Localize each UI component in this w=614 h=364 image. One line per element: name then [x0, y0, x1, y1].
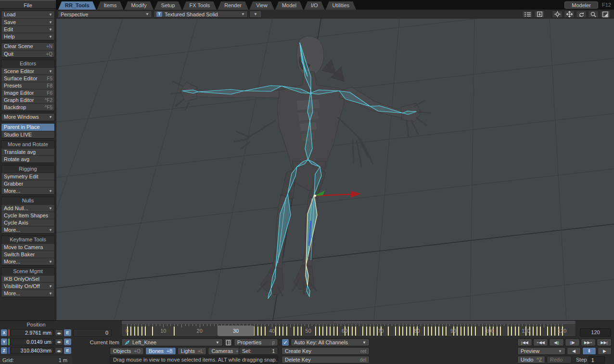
sidebar-item-cycle-item-shapes[interactable]: Cycle Item Shapes [1, 212, 54, 219]
envelope-button[interactable]: E [64, 329, 71, 336]
next-key-button[interactable]: ▶▶+ [581, 339, 596, 346]
tab-utilities[interactable]: Utilities [326, 1, 356, 10]
tab-rr-tools[interactable]: RR_Tools [58, 1, 96, 10]
sidebar-item-backdrop[interactable]: Backdrop^F5 [1, 103, 54, 111]
auto-key-label: Auto Key: All Channels [294, 339, 348, 345]
go-to-start-button[interactable]: |◀◀ [517, 339, 532, 346]
ruler-tick [540, 324, 541, 326]
delete-key-button[interactable]: Delete Key del [281, 356, 370, 364]
viewport-canvas[interactable] [56, 19, 614, 320]
current-frame-field[interactable]: 0 [73, 329, 112, 337]
tab-view[interactable]: View [249, 1, 274, 10]
sidebar-item-graph-editor[interactable]: Graph Editor^F2 [1, 96, 54, 103]
tab-fx-tools[interactable]: FX Tools [183, 1, 217, 10]
envelope-button[interactable]: E [64, 339, 71, 345]
type-button-bones[interactable]: Bones+B [145, 347, 176, 355]
axis-x-button[interactable]: X [1, 329, 7, 336]
shading-mode-dropdown[interactable]: T Textured Shaded Solid ▼ [154, 11, 248, 18]
rotate-icon[interactable] [576, 11, 587, 18]
timeline-drag-handle-icon[interactable]: ············· [122, 321, 576, 324]
save-layout-icon[interactable] [534, 11, 545, 18]
tab-model[interactable]: Model [275, 1, 303, 10]
panel-toggle-button[interactable] [224, 339, 232, 346]
go-to-end-button[interactable]: ▶▶| [597, 339, 612, 346]
undo-button[interactable]: Undo ^Z [517, 356, 545, 364]
tab-setup[interactable]: Setup [154, 1, 182, 10]
next-frame-button[interactable]: ||▶ [565, 339, 580, 346]
view-mode-dropdown[interactable]: Perspective ▼ [58, 11, 152, 18]
current-item-dropdown[interactable]: Left_Knee ▼ [121, 339, 223, 346]
axis-y-button[interactable]: Y [1, 339, 7, 345]
pause-button[interactable]: Ⅱ [582, 347, 596, 355]
axis-z-button[interactable]: Z [1, 347, 7, 354]
tab-modify[interactable]: Modify [124, 1, 153, 10]
sidebar-item-add-null[interactable]: Add Null...▼ [1, 204, 54, 212]
previous-key-button[interactable]: +◀◀ [533, 339, 548, 346]
sidebar-item-ikb-onlyonsel[interactable]: IKB OnlyOnSel [1, 275, 54, 282]
stepper-icon[interactable]: ◀▶ [55, 329, 63, 336]
list-icon[interactable] [522, 11, 533, 18]
tab-i-o[interactable]: I/O [304, 1, 325, 10]
properties-button[interactable]: Properties p [234, 339, 278, 346]
sidebar-item-image-editor[interactable]: Image EditorF6 [1, 89, 54, 96]
sidebar-item-move-to-camera[interactable]: Move to Camera [1, 243, 54, 251]
tab-render[interactable]: Render [217, 1, 248, 10]
ruler-tick [333, 324, 334, 326]
ruler-tick [558, 324, 559, 326]
stepper-icon[interactable]: ◀▶ [55, 347, 63, 354]
axis-x-value-field[interactable]: 2.9761 mm [11, 329, 54, 336]
sidebar-item-more[interactable]: More...▼ [1, 289, 54, 297]
pan-icon[interactable] [552, 11, 563, 18]
previous-frame-button[interactable]: ◀|| [549, 339, 564, 346]
sidebar-item-save[interactable]: Save▼ [1, 18, 54, 25]
ruler-tick [141, 324, 142, 326]
sidebar-item-surface-editor[interactable]: Surface EditorF5 [1, 75, 54, 82]
preview-dropdown[interactable]: Preview ▼ [517, 347, 565, 355]
sidebar-item-switch-baker[interactable]: Switch Baker [1, 251, 54, 258]
move-icon[interactable] [564, 11, 575, 18]
zoom-icon[interactable] [588, 11, 599, 18]
sidebar-item-grabber[interactable]: Grabber [1, 180, 54, 187]
sidebar-item-parent-in-place[interactable]: Parent in Place [1, 124, 54, 131]
auto-key-checkbox[interactable]: ✓ [281, 339, 289, 346]
type-button-objects[interactable]: Objects+O [110, 347, 144, 355]
stepper-icon[interactable]: ◀▶ [55, 339, 63, 345]
sidebar-item-more-windows[interactable]: More Windows▼ [1, 113, 54, 121]
auto-key-dropdown[interactable]: Auto Key: All Channels ▼ [291, 339, 370, 346]
axis-z-value-field[interactable]: 310.8403mm [11, 347, 54, 354]
sidebar-item-presets[interactable]: PresetsF8 [1, 82, 54, 89]
extra-view-dropdown[interactable]: ▼ [249, 11, 262, 18]
modeler-button[interactable]: Modeler [564, 1, 598, 9]
type-button-lights[interactable]: Lights+L [178, 347, 207, 355]
play-reverse-button[interactable]: ◀ [567, 347, 581, 355]
create-key-button[interactable]: Create Key ret [281, 347, 370, 355]
axis-y-value-field[interactable]: 0.0149 um [11, 339, 54, 345]
envelope-button[interactable]: E [64, 347, 71, 354]
sidebar-item-label: Rotate avg [4, 156, 29, 163]
ruler-tick [279, 324, 280, 326]
ruler-tick [272, 324, 272, 327]
sidebar-item-load[interactable]: Load▼ [1, 11, 54, 18]
sidebar-item-rotate-avg[interactable]: Rotate avg [1, 155, 54, 163]
sidebar-item-more[interactable]: More...▼ [1, 187, 54, 194]
sidebar-item-quit[interactable]: Quit+Q [1, 50, 54, 57]
sidebar-item-more[interactable]: More...▼ [1, 226, 54, 233]
step-field[interactable]: 1 [588, 356, 605, 364]
sidebar-item-more[interactable]: More...▼ [1, 258, 54, 265]
sidebar-item-help[interactable]: Help▼ [1, 33, 54, 40]
sidebar-item-symmetry-edit[interactable]: Symmetry Edit [1, 173, 54, 180]
tab-items[interactable]: Items [97, 1, 124, 10]
timeline-ruler[interactable]: ············· 01020304050607080901001101… [121, 321, 576, 337]
sidebar-item-edit[interactable]: Edit▼ [1, 25, 54, 33]
redo-button[interactable]: Redo [547, 356, 572, 364]
sidebar-item-scene-editor[interactable]: Scene Editor▼ [1, 67, 54, 75]
sidebar-item-visibility-on-off[interactable]: Visibility On/Off▼ [1, 282, 54, 289]
ruler-tick [479, 324, 479, 326]
maximize-icon[interactable] [600, 11, 611, 18]
sidebar-item-studio-live[interactable]: Studio LIVE [1, 131, 54, 138]
sidebar-item-translate-avg[interactable]: Translate avg [1, 148, 54, 155]
end-frame-field[interactable]: 120 [580, 328, 611, 337]
play-forward-button[interactable]: ▶ [598, 347, 612, 355]
sidebar-item-cycle-axis[interactable]: Cycle Axis [1, 219, 54, 226]
sidebar-item-clear-scene[interactable]: Clear Scene+N [1, 43, 54, 50]
